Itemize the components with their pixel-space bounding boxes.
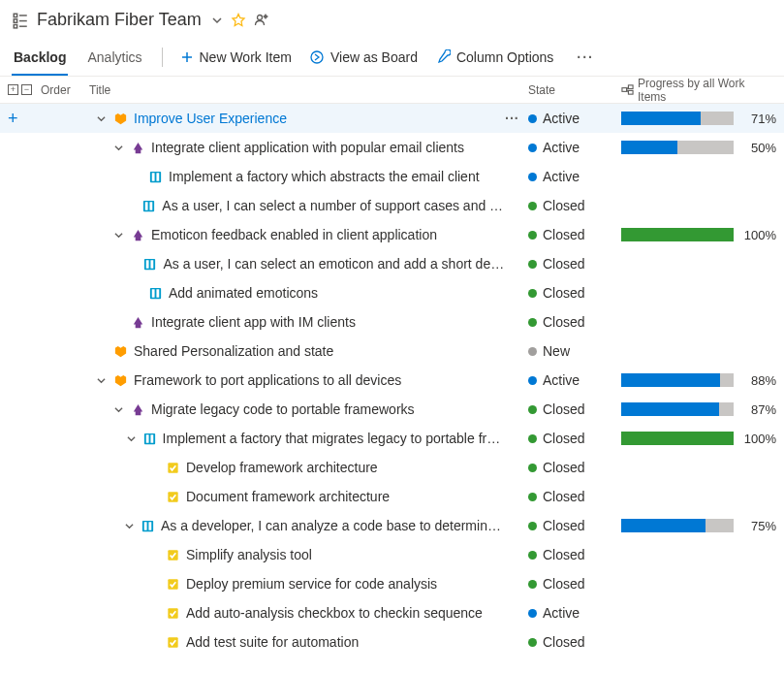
expand-collapse-all[interactable]: + −: [8, 84, 41, 95]
work-item-row[interactable]: Implement a factory that migrates legacy…: [0, 424, 784, 453]
expander-icon[interactable]: [112, 231, 124, 240]
work-item-row[interactable]: Simplify analysis toolClosed: [0, 540, 784, 569]
state-label: Closed: [543, 576, 585, 592]
state-cell: Active: [528, 111, 621, 126]
state-cell: Active: [528, 169, 621, 184]
tab-backlog[interactable]: Backlog: [12, 40, 68, 75]
work-item-title[interactable]: Integrate client app with IM clients: [151, 314, 356, 330]
row-more-actions[interactable]: ···: [505, 111, 528, 126]
work-item-title[interactable]: Implement a factory that migrates legacy…: [163, 431, 505, 446]
state-dot-icon: [528, 405, 537, 414]
work-item-title[interactable]: Shared Personalization and state: [134, 343, 333, 359]
work-item-row[interactable]: Add test suite for automationClosed: [0, 627, 784, 657]
backlog-rows: +Improve User Experience···Active71%Inte…: [0, 104, 784, 657]
state-dot-icon: [528, 173, 537, 181]
progress-percent: 75%: [739, 519, 776, 533]
view-as-board-button[interactable]: View as Board: [309, 49, 418, 65]
col-progress[interactable]: Progress by all Work Items: [621, 77, 776, 104]
col-state[interactable]: State: [528, 83, 621, 97]
work-item-row[interactable]: As a developer, I can analyze a code bas…: [0, 511, 784, 540]
new-work-item-button[interactable]: New Work Item: [180, 49, 292, 65]
column-options-button[interactable]: Column Options: [435, 49, 553, 65]
work-item-row[interactable]: Framework to port applications to all de…: [0, 366, 784, 395]
svg-rect-37: [148, 522, 151, 529]
work-item-title[interactable]: Document framework architecture: [186, 489, 390, 504]
work-item-title[interactable]: Emoticon feedback enabled in client appl…: [151, 227, 437, 242]
work-item-row[interactable]: Deploy premium service for code analysis…: [0, 569, 784, 598]
add-child-icon[interactable]: +: [8, 109, 18, 129]
work-item-row[interactable]: As a user, I can select a number of supp…: [0, 191, 784, 220]
work-item-title[interactable]: Develop framework architecture: [186, 460, 378, 475]
state-dot-icon: [528, 434, 537, 443]
svg-rect-13: [622, 88, 627, 92]
col-order[interactable]: Order: [41, 83, 89, 97]
work-item-row[interactable]: Integrate client app with IM clientsClos…: [0, 307, 784, 336]
progress-bar: [621, 373, 734, 387]
svg-point-12: [311, 51, 323, 63]
state-dot-icon: [528, 260, 537, 269]
expand-all-icon: +: [8, 84, 18, 95]
work-item-title[interactable]: Migrate legacy code to portable framewor…: [151, 401, 415, 417]
work-item-title[interactable]: Add animated emoticons: [169, 285, 318, 301]
work-item-title[interactable]: As a user, I can select an emoticon and …: [163, 256, 505, 272]
state-label: Closed: [543, 198, 585, 213]
more-actions-button[interactable]: ···: [571, 49, 600, 65]
pbi-icon: [142, 432, 157, 446]
work-item-row[interactable]: Implement a factory which abstracts the …: [0, 162, 784, 191]
expander-icon[interactable]: [112, 144, 124, 152]
work-item-row[interactable]: Add auto-analysis checkbox to checkin se…: [0, 598, 784, 627]
state-label: Closed: [543, 401, 585, 417]
state-label: Closed: [543, 518, 585, 533]
expander-icon[interactable]: [95, 114, 107, 123]
work-item-title[interactable]: Deploy premium service for code analysis: [186, 576, 437, 592]
work-item-row[interactable]: Emoticon feedback enabled in client appl…: [0, 220, 784, 249]
work-item-title[interactable]: As a user, I can select a number of supp…: [162, 198, 505, 213]
work-item-title[interactable]: Add test suite for automation: [186, 634, 359, 650]
col-title[interactable]: Title: [89, 83, 528, 97]
expander-icon[interactable]: [112, 405, 124, 414]
work-item-title[interactable]: Integrate client application with popula…: [151, 140, 464, 155]
svg-rect-26: [151, 260, 154, 268]
state-dot-icon: [528, 638, 537, 647]
view-as-board-label: View as Board: [330, 49, 418, 65]
tab-analytics[interactable]: Analytics: [85, 40, 143, 75]
pbi-icon: [141, 519, 155, 533]
work-item-title[interactable]: As a developer, I can analyze a code bas…: [161, 518, 505, 533]
state-label: Closed: [543, 227, 585, 242]
work-item-row[interactable]: As a user, I can select an emoticon and …: [0, 249, 784, 278]
state-label: Closed: [543, 285, 585, 301]
state-dot-icon: [528, 318, 537, 327]
pbi-icon: [142, 257, 157, 272]
work-item-title[interactable]: Implement a factory which abstracts the …: [169, 169, 480, 184]
state-label: Active: [543, 169, 580, 184]
work-item-title[interactable]: Improve User Experience: [134, 111, 287, 126]
work-item-title[interactable]: Framework to port applications to all de…: [134, 372, 401, 388]
team-dropdown-chevron[interactable]: [211, 15, 223, 26]
work-item-title[interactable]: Simplify analysis tool: [186, 547, 312, 562]
expander-icon[interactable]: [126, 434, 137, 443]
work-item-row[interactable]: +Improve User Experience···Active71%: [0, 104, 784, 133]
team-title[interactable]: Fabrikam Fiber Team: [37, 10, 202, 30]
work-item-row[interactable]: Add animated emoticonsClosed: [0, 278, 784, 307]
work-item-row[interactable]: Develop framework architectureClosed: [0, 453, 784, 482]
pbi-icon: [147, 286, 163, 301]
state-cell: Active: [528, 372, 621, 388]
team-members-icon[interactable]: [254, 13, 269, 28]
expander-icon[interactable]: [125, 522, 135, 530]
state-label: Closed: [543, 547, 585, 562]
work-item-row[interactable]: Shared Personalization and stateNew: [0, 336, 784, 366]
task-icon: [165, 606, 180, 621]
work-item-row[interactable]: Migrate legacy code to portable framewor…: [0, 395, 784, 424]
work-item-row[interactable]: Integrate client application with popula…: [0, 133, 784, 162]
state-cell: Closed: [528, 431, 621, 446]
work-item-row[interactable]: Document framework architectureClosed: [0, 482, 784, 511]
work-item-title[interactable]: Add auto-analysis checkbox to checkin se…: [186, 605, 483, 621]
expander-icon[interactable]: [95, 376, 107, 385]
favorite-star-icon[interactable]: [231, 13, 246, 28]
progress-percent: 87%: [739, 402, 776, 417]
progress-percent: 71%: [739, 112, 776, 126]
column-headers: + − Order Title State Progress by all Wo…: [0, 77, 784, 104]
state-cell: Closed: [528, 256, 621, 272]
svg-rect-20: [156, 173, 159, 180]
svg-point-6: [257, 15, 262, 19]
